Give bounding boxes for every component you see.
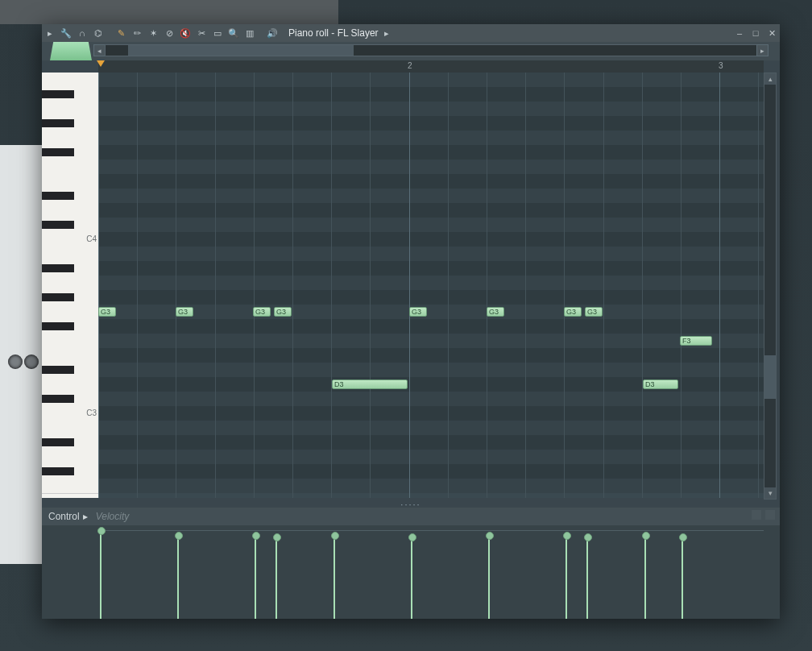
zoom-icon[interactable]: 🔍 bbox=[227, 27, 240, 39]
velocity-handle[interactable] bbox=[255, 535, 256, 619]
maximize-button[interactable]: □ bbox=[750, 27, 761, 39]
menu-caret-icon[interactable]: ▸ bbox=[44, 27, 56, 39]
piano-key-black[interactable] bbox=[42, 221, 74, 229]
vscroll-thumb[interactable] bbox=[764, 355, 776, 399]
draw-icon[interactable]: ✏ bbox=[130, 27, 143, 39]
velocity-grid[interactable] bbox=[98, 525, 764, 619]
velocity-dot-icon[interactable] bbox=[97, 527, 106, 535]
hscroll-right-button[interactable]: ▸ bbox=[756, 44, 768, 56]
settings-icon[interactable]: ⌬ bbox=[92, 27, 105, 39]
mute-icon[interactable]: 🔇 bbox=[179, 27, 192, 39]
piano-key[interactable] bbox=[42, 377, 98, 392]
velocity-dot-icon[interactable] bbox=[252, 532, 260, 540]
velocity-dot-icon[interactable] bbox=[584, 533, 592, 541]
note-g3[interactable]: G3 bbox=[274, 307, 292, 317]
note-g3[interactable]: G3 bbox=[253, 307, 271, 317]
velocity-handle[interactable] bbox=[334, 535, 335, 619]
piano-key[interactable] bbox=[42, 348, 98, 363]
speaker-icon[interactable]: 🔊 bbox=[266, 27, 279, 39]
vertical-scrollbar[interactable]: ▴ ▾ bbox=[764, 73, 777, 500]
note-g3[interactable]: G3 bbox=[487, 307, 504, 317]
velocity-handle[interactable] bbox=[644, 535, 646, 619]
slice-icon[interactable]: ✂ bbox=[195, 27, 208, 39]
piano-key-black[interactable] bbox=[42, 148, 74, 156]
piano-key[interactable] bbox=[42, 247, 98, 262]
velocity-handle[interactable] bbox=[682, 537, 683, 619]
velocity-handle[interactable] bbox=[411, 537, 412, 619]
piano-key[interactable] bbox=[42, 102, 98, 117]
hscroll-thumb[interactable] bbox=[128, 45, 354, 56]
magnet-icon[interactable]: ∩ bbox=[76, 27, 89, 39]
piano-key-black[interactable] bbox=[42, 366, 74, 374]
piano-key[interactable] bbox=[42, 421, 98, 436]
velocity-handle[interactable] bbox=[276, 537, 277, 619]
piano-key[interactable] bbox=[42, 276, 98, 291]
note-grid[interactable]: G3G3G3G3D3G3G3G3G3D3F3 bbox=[98, 73, 764, 498]
piano-key[interactable] bbox=[42, 334, 98, 349]
note-g3[interactable]: G3 bbox=[98, 307, 116, 317]
piano-key[interactable] bbox=[42, 160, 98, 175]
piano-key-black[interactable] bbox=[42, 293, 74, 301]
note-f3[interactable]: F3 bbox=[680, 336, 712, 346]
velocity-dot-icon[interactable] bbox=[331, 532, 339, 540]
velocity-dot-icon[interactable] bbox=[408, 533, 416, 541]
grid-row bbox=[98, 87, 764, 102]
velocity-handle[interactable] bbox=[566, 535, 567, 619]
piano-roll-titlebar[interactable]: ▸ 🔧 ∩ ⌬ ✎ ✏ ✶ ⊘ 🔇 ✂ ▭ 🔍 ▥ 🔊 Piano roll -… bbox=[42, 24, 780, 43]
piano-key-black[interactable] bbox=[42, 90, 74, 98]
velocity-dot-icon[interactable] bbox=[642, 532, 650, 540]
chevron-right-icon[interactable]: ▸ bbox=[83, 511, 88, 522]
delete-icon[interactable]: ⊘ bbox=[163, 27, 176, 39]
playback-icon[interactable]: ▥ bbox=[243, 27, 256, 39]
control-header[interactable]: Control ▸ Velocity bbox=[42, 508, 780, 525]
timeline-ruler[interactable]: 2 3 bbox=[98, 60, 764, 73]
piano-key-black[interactable] bbox=[42, 467, 74, 475]
velocity-handle[interactable] bbox=[488, 535, 490, 619]
vscroll-down-button[interactable]: ▾ bbox=[764, 487, 776, 499]
minimize-button[interactable]: – bbox=[734, 27, 745, 39]
select-icon[interactable]: ▭ bbox=[211, 27, 224, 39]
note-g3[interactable]: G3 bbox=[176, 307, 193, 317]
velocity-dot-icon[interactable] bbox=[486, 532, 494, 540]
velocity-handle[interactable] bbox=[177, 535, 179, 619]
note-d3[interactable]: D3 bbox=[643, 379, 678, 389]
grid-row bbox=[98, 102, 764, 116]
piano-key-black[interactable] bbox=[42, 395, 74, 403]
note-d3[interactable]: D3 bbox=[332, 379, 408, 389]
piano-key-black[interactable] bbox=[42, 119, 74, 127]
grid-row bbox=[98, 450, 764, 464]
piano-key[interactable] bbox=[42, 479, 98, 494]
velocity-dot-icon[interactable] bbox=[679, 533, 687, 541]
note-g3[interactable]: G3 bbox=[564, 307, 582, 317]
control-option-button[interactable] bbox=[752, 510, 761, 520]
wrench-icon[interactable]: 🔧 bbox=[60, 27, 72, 39]
piano-key-black[interactable] bbox=[42, 322, 74, 330]
piano-key[interactable] bbox=[42, 131, 98, 146]
piano-key[interactable] bbox=[42, 203, 98, 218]
vscroll-up-button[interactable]: ▴ bbox=[764, 73, 776, 85]
stamp-icon[interactable]: ✎ bbox=[114, 27, 127, 39]
note-g3[interactable]: G3 bbox=[585, 307, 603, 317]
control-option-button[interactable] bbox=[765, 510, 775, 520]
paint-icon[interactable]: ✶ bbox=[147, 27, 160, 39]
beat-line bbox=[331, 73, 332, 498]
piano-key[interactable] bbox=[42, 450, 98, 465]
velocity-dot-icon[interactable] bbox=[273, 533, 281, 541]
piano-key-black[interactable] bbox=[42, 438, 74, 446]
velocity-dot-icon[interactable] bbox=[175, 532, 183, 540]
hscroll-left-button[interactable]: ◂ bbox=[93, 44, 106, 56]
piano-keys[interactable]: C4C3 bbox=[42, 73, 98, 498]
velocity-handle[interactable] bbox=[100, 530, 102, 619]
piano-key[interactable] bbox=[42, 174, 98, 189]
note-g3[interactable]: G3 bbox=[409, 307, 427, 317]
piano-key[interactable] bbox=[42, 305, 98, 320]
title-arrow-icon[interactable]: ▸ bbox=[380, 27, 393, 39]
piano-key-black[interactable] bbox=[42, 192, 74, 200]
close-button[interactable]: ✕ bbox=[766, 27, 777, 39]
hscroll-track[interactable] bbox=[105, 44, 757, 56]
piano-key[interactable] bbox=[42, 73, 98, 88]
velocity-dot-icon[interactable] bbox=[563, 532, 571, 540]
pattern-tab[interactable] bbox=[50, 42, 92, 60]
velocity-handle[interactable] bbox=[586, 537, 588, 619]
piano-key-black[interactable] bbox=[42, 264, 74, 272]
